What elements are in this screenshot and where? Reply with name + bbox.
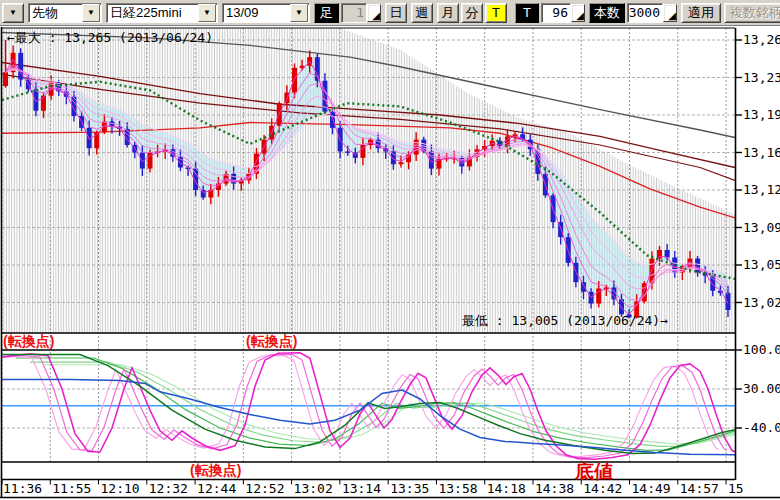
chevron-down-icon: ▼: [9, 9, 17, 17]
session-low-annotation: 最低 : 13,005 (2013/06/24)→: [462, 312, 668, 330]
turning-point-label: (転換点): [3, 333, 54, 351]
tick-yellow-button[interactable]: T: [485, 3, 507, 23]
bars-button[interactable]: 本数: [589, 3, 625, 23]
contract-month-select[interactable]: 13/09▼: [222, 3, 310, 23]
chevron-down-icon: ▼: [203, 9, 211, 17]
price-axis-label: 13,020: [743, 295, 780, 310]
oscillator-axis-label: 30.00: [743, 381, 780, 396]
apply-button[interactable]: 適用: [681, 3, 721, 23]
spin-edit-icon[interactable]: ◢: [571, 4, 585, 22]
ashi-button[interactable]: 足: [314, 3, 339, 23]
time-axis-label: 15: [728, 481, 744, 496]
turning-point-label: (転換点): [246, 333, 297, 351]
time-axis-label: 11:36: [3, 481, 42, 496]
category-select-arrow[interactable]: ▼: [82, 4, 100, 22]
session-high-annotation: ←最大 : 13,265 (2013/06/24): [7, 29, 213, 47]
symbol-select[interactable]: 日経225mini▼: [106, 3, 218, 23]
week-button[interactable]: 週: [411, 3, 433, 23]
contract-select-arrow[interactable]: ▼: [290, 4, 308, 22]
time-axis-label: 12:32: [149, 481, 188, 496]
time-axis-label: 13:35: [390, 481, 429, 496]
trading-app-window: { "toolbar": { "nav_collapsed_combo": "▼…: [0, 0, 780, 500]
time-axis-label: 12:44: [197, 481, 236, 496]
time-axis-label: 11:55: [52, 481, 91, 496]
price-axis-label: 13,125: [743, 182, 780, 197]
price-axis-label: 13,265: [743, 32, 780, 47]
category-select[interactable]: 先物▼: [28, 3, 102, 23]
price-axis-label: 13,160: [743, 145, 780, 160]
time-axis-label: 14:18: [487, 481, 526, 496]
interval-input[interactable]: 1: [341, 3, 367, 23]
day-button[interactable]: 日: [385, 3, 407, 23]
spin-edit-icon[interactable]: ◢: [367, 4, 381, 22]
time-axis-label: 13:14: [342, 481, 381, 496]
spin-edit-icon[interactable]: ◢: [663, 4, 677, 22]
price-axis-label: 13,055: [743, 257, 780, 272]
minute-button[interactable]: 分: [461, 3, 483, 23]
chevron-down-icon: ▼: [295, 9, 303, 17]
oscillator-axis-label: -40.00: [743, 420, 780, 435]
time-axis-label: 13:02: [294, 481, 333, 496]
oscillator-axis-label: 100.00: [743, 342, 780, 357]
symbol-select-arrow[interactable]: ▼: [198, 4, 216, 22]
time-axis-label: 14:38: [535, 481, 574, 496]
turning-point-label: (転換点): [190, 462, 241, 480]
chevron-down-icon: ▼: [87, 9, 95, 17]
chart-canvas[interactable]: [0, 26, 780, 500]
time-axis-label: 12:52: [245, 481, 284, 496]
tick-count-input[interactable]: 96: [541, 3, 571, 23]
tick-count-stepper: 96◢: [541, 3, 585, 23]
collapsed-combo-button[interactable]: ▼: [2, 3, 24, 23]
bars-count-input[interactable]: 3000: [627, 3, 663, 23]
month-button[interactable]: 月: [437, 3, 459, 23]
time-axis-label: 14:49: [632, 481, 671, 496]
price-axis-label: 13,090: [743, 220, 780, 235]
multi-symbol-button[interactable]: 複数銘柄: [724, 3, 780, 23]
price-axis-label: 13,195: [743, 107, 780, 122]
interval-stepper: 1◢: [341, 3, 381, 23]
toolbar: ▼ 先物▼ 日経225mini▼ 13/09▼ 足 1◢ 日 週 月 分 T T…: [0, 0, 780, 26]
time-axis-label: 14:57: [680, 481, 719, 496]
bars-count-stepper: 3000◢: [627, 3, 677, 23]
time-axis-label: 12:10: [101, 481, 140, 496]
time-axis-label: 13:58: [438, 481, 477, 496]
tick-black-button[interactable]: T: [515, 3, 539, 23]
bottom-price-label: 底値: [575, 459, 613, 485]
price-axis-label: 13,230: [743, 70, 780, 85]
